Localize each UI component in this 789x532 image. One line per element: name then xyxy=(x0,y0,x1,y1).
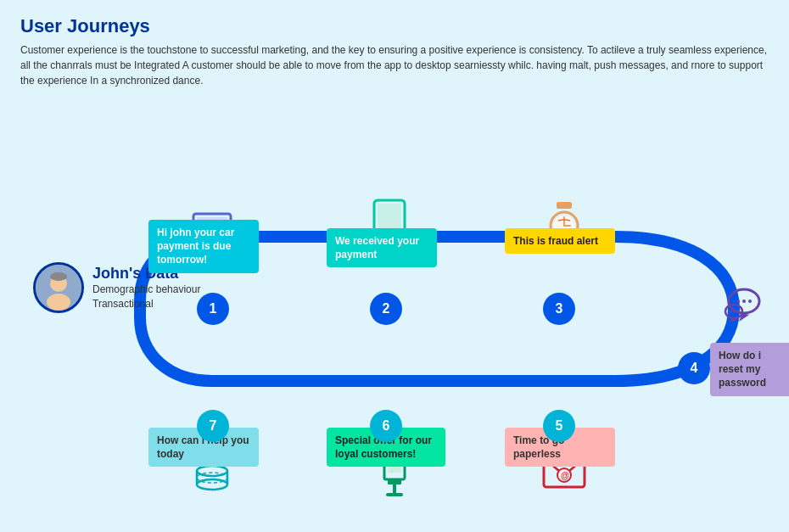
svg-point-3 xyxy=(50,272,67,281)
step-circle-1: 1 xyxy=(197,293,229,325)
svg-point-19 xyxy=(730,311,732,313)
step-circle-4: 4 xyxy=(678,352,710,384)
johns-data-line2: Transactional xyxy=(92,297,200,311)
svg-point-15 xyxy=(736,300,740,303)
step-circle-3: 3 xyxy=(543,293,575,325)
svg-point-2 xyxy=(47,294,70,311)
svg-point-16 xyxy=(742,300,746,303)
msg-step3: This is fraud alert xyxy=(505,228,615,254)
chat-icon xyxy=(713,282,772,333)
johns-data-line1: Demographic behaviour xyxy=(92,283,200,297)
svg-point-21 xyxy=(736,311,739,313)
step-circle-7: 7 xyxy=(197,410,229,442)
step-circle-5: 5 xyxy=(543,410,575,442)
svg-rect-10 xyxy=(557,202,572,209)
svg-rect-27 xyxy=(388,479,401,484)
svg-rect-29 xyxy=(386,493,403,496)
msg-step4: How do i reset my password xyxy=(710,343,789,396)
svg-rect-28 xyxy=(393,484,396,493)
page-wrapper: User Journeys Customer experience is the… xyxy=(0,0,789,470)
msg-step1: Hi john your car payment is due tomorrow… xyxy=(148,220,259,273)
step-circle-6: 6 xyxy=(370,410,402,442)
svg-point-20 xyxy=(733,311,736,313)
step-circle-2: 2 xyxy=(370,293,402,325)
svg-text:@: @ xyxy=(561,471,569,480)
page-description: Customer experience is the touchstone to… xyxy=(20,42,767,88)
avatar xyxy=(33,262,84,313)
diagram-area: John's Data Demographic behaviour Transa… xyxy=(21,97,768,462)
msg-step2: We received your payment xyxy=(327,228,437,267)
page-title: User Journeys xyxy=(20,15,769,37)
svg-point-17 xyxy=(748,300,752,303)
